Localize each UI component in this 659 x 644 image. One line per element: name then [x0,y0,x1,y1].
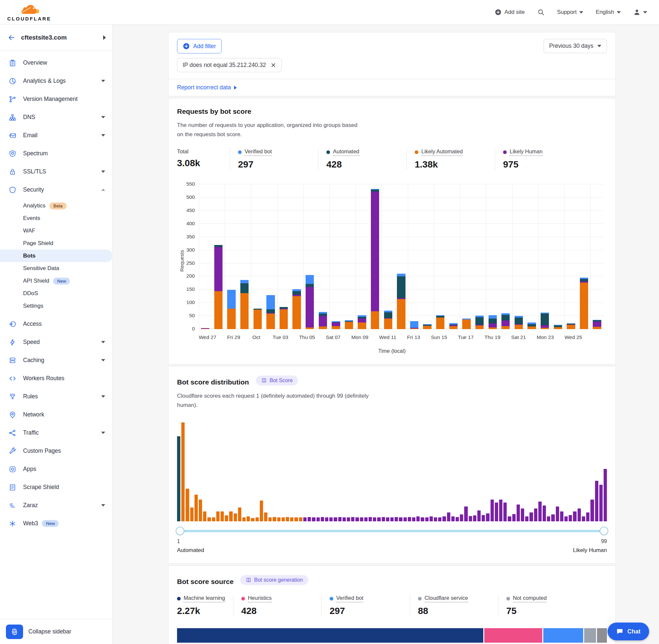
sidebar-item-speed[interactable]: Speed [0,333,112,351]
sidebar-item-custom-pages[interactable]: Custom Pages [0,442,112,460]
sidebar-item-spectrum[interactable]: Spectrum [0,144,112,163]
shield-icon [8,186,17,194]
x-axis-tick: Sun 15 [431,335,447,340]
y-axis-tick: 0 [192,326,199,332]
bar-segment-likely-human [306,287,314,327]
sidebar-item-scrape-shield[interactable]: Scrape Shield [0,478,112,496]
sidebar-item-caching[interactable]: Caching [0,351,112,369]
add-filter-button[interactable]: Add filter [177,39,221,53]
histogram-bar-score-99 [604,469,607,521]
y-axis-tick: 300 [186,247,199,253]
histogram-bar-score-64 [451,516,455,521]
bar-segment-verified-bot [227,290,235,309]
back-arrow-icon[interactable] [8,34,15,41]
lock-icon [8,168,17,176]
bot-score-source-card: Bot score source Bot score generation Ma… [168,566,616,644]
account-menu[interactable] [633,8,647,16]
sidebar-subitem-settings[interactable]: Settings [0,300,112,312]
bot-score-badge[interactable]: Bot Score [256,375,298,386]
bar-slot [303,184,316,329]
histogram-bar-score-71 [481,515,485,522]
chevron-down-icon [101,341,105,343]
bar-segment-likely-automated [593,327,601,329]
filter-chip[interactable]: IP does not equal 35.212.240.32 ✕ [177,58,282,72]
sidebar-subitem-analytics[interactable]: AnalyticsBeta [0,200,112,212]
sidebar-subitem-ddos[interactable]: DDoS [0,287,112,300]
bot-score-generation-badge[interactable]: Bot score generation [240,575,308,585]
add-site-button[interactable]: Add site [494,8,524,16]
close-icon[interactable]: ✕ [270,62,276,69]
histogram-bar-score-65 [455,517,459,522]
support-menu[interactable]: Support [557,9,584,16]
sidebar-subitem-bots[interactable]: Bots [0,250,112,262]
histogram-bar-score-1 [177,436,180,521]
language-menu[interactable]: English [596,9,621,16]
bar-segment-automated [292,291,301,295]
sidebar-subitem-label: Page Shield [23,240,53,247]
sidebar-item-version-management[interactable]: Version Management [0,90,112,108]
histogram-bar-score-3 [186,489,189,521]
histogram-bar-score-63 [447,512,450,521]
legend-dot [418,597,422,600]
sidebar-item-workers-routes[interactable]: Workers Routes [0,369,112,388]
histogram-bar-score-73 [491,500,494,521]
histogram-bar-score-82 [529,512,533,521]
sidebar-subitem-label: DDoS [23,290,38,297]
stat-likely-human: Likely Human975 [495,148,583,170]
cloudflare-cloud-icon [18,4,41,17]
sidebar-item-email[interactable]: Email [0,126,112,144]
y-axis-tick: 500 [186,194,199,200]
sidebar-item-apps[interactable]: Apps [0,460,112,478]
histogram-bar-score-62 [442,516,446,521]
sidebar-item-overview[interactable]: Overview [0,54,112,72]
stat-value: 297 [330,606,402,616]
collapse-sidebar-button[interactable]: Collapse sidebar [28,628,71,635]
stacked-bar-fri-06 [319,312,327,329]
sidebar-item-zaraz[interactable]: Zaraz [0,496,112,514]
histogram-bar-score-13 [229,511,232,521]
site-switcher[interactable]: cftestsite3.com [0,25,112,50]
sidebar-item-ssl-tls[interactable]: SSL/TLS [0,163,112,181]
bar-slot [277,184,290,329]
sidebar-subitem-sensitive-data[interactable]: Sensitive Data [0,262,112,275]
date-range-select[interactable]: Previous 30 days [544,39,607,53]
histogram-bar-score-29 [299,518,302,521]
sidebar-item-rules[interactable]: Rules [0,388,112,406]
bar-slot [499,184,512,329]
stat-value: 3.08k [177,158,222,168]
sidebar-subitem-page-shield[interactable]: Page Shield [0,237,112,250]
search-button[interactable] [537,8,545,16]
book-icon [245,577,252,583]
histogram-bar-score-2 [181,422,185,521]
stacked-bar-tue-24 [554,325,562,329]
sidebar-subitem-waf[interactable]: WAF [0,225,112,237]
sidebar-subitem-events[interactable]: Events [0,212,112,225]
sidebar-item-dns[interactable]: DNS [0,108,112,126]
sidebar-item-traffic[interactable]: Traffic [0,424,112,442]
slider-track[interactable] [177,530,607,532]
slider-max-value: 99 [601,538,607,545]
settings-gear-button[interactable] [6,624,23,639]
cloudflare-logo[interactable]: CLOUDFLARE [7,4,51,21]
x-axis-tick [554,335,565,340]
sidebar-item-security[interactable]: Security [0,181,112,199]
slider-handle-max[interactable] [600,527,608,535]
slider-handle-min[interactable] [176,527,184,535]
sidebar-item-web3[interactable]: Web3New [0,514,112,532]
chevron-right-icon[interactable] [103,35,106,40]
bar-segment-likely-human [358,319,366,322]
report-incorrect-data-link[interactable]: Report incorrect data [177,84,231,91]
sidebar-item-access[interactable]: Access [0,315,112,333]
chat-button[interactable]: Chat [608,623,649,640]
sidebar-item-analytics-logs[interactable]: Analytics & Logs [0,72,112,90]
sidebar-subitem-api-shield[interactable]: API ShieldNew [0,275,112,287]
bar-segment-automated [306,284,314,287]
histogram-bar-score-7 [203,511,206,521]
sidebar-item-network[interactable]: Network [0,406,112,424]
cloudflare-wordmark: CLOUDFLARE [7,16,51,21]
map-pin-icon [8,411,17,419]
x-axis-tick: Oct [251,335,262,340]
bar-segment-likely-automated [384,319,392,329]
site-name: cftestsite3.com [21,34,67,41]
histogram-bar-score-43 [360,518,363,521]
